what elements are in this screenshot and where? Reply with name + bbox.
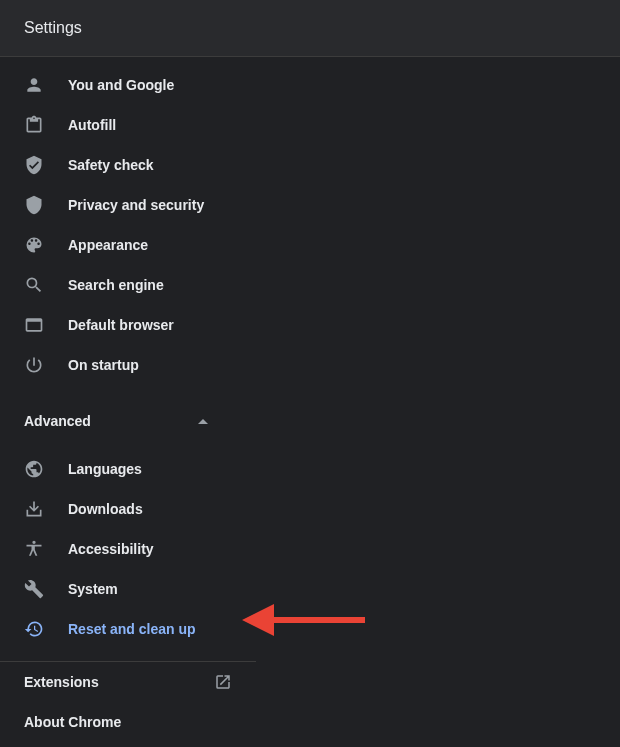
sidebar-item-search-engine[interactable]: Search engine [0,265,256,305]
sidebar-item-label: Search engine [68,277,164,293]
arrow-annotation [240,600,370,640]
sidebar-item-label: Default browser [68,317,174,333]
advanced-label: Advanced [24,413,91,429]
person-icon [24,75,44,95]
sidebar: You and Google Autofill Safety check Pri… [0,57,256,742]
sidebar-item-label: You and Google [68,77,174,93]
extensions-label: Extensions [24,674,99,690]
about-label: About Chrome [24,714,121,730]
sidebar-item-reset-clean-up[interactable]: Reset and clean up [0,609,256,649]
sidebar-item-default-browser[interactable]: Default browser [0,305,256,345]
sidebar-item-label: System [68,581,118,597]
palette-icon [24,235,44,255]
sidebar-item-label: Privacy and security [68,197,204,213]
sidebar-item-label: Downloads [68,501,143,517]
sidebar-item-languages[interactable]: Languages [0,449,256,489]
sidebar-item-label: Autofill [68,117,116,133]
sidebar-item-autofill[interactable]: Autofill [0,105,256,145]
sidebar-item-label: Safety check [68,157,154,173]
sidebar-item-label: Reset and clean up [68,621,196,637]
sidebar-item-privacy-security[interactable]: Privacy and security [0,185,256,225]
page-title: Settings [24,19,82,37]
sidebar-item-downloads[interactable]: Downloads [0,489,256,529]
sidebar-item-label: Appearance [68,237,148,253]
sidebar-item-label: Languages [68,461,142,477]
header: Settings [0,0,620,57]
power-icon [24,355,44,375]
sidebar-item-safety-check[interactable]: Safety check [0,145,256,185]
open-in-new-icon [214,673,232,691]
wrench-icon [24,579,44,599]
sidebar-item-extensions[interactable]: Extensions [0,662,256,702]
clipboard-icon [24,115,44,135]
sidebar-item-label: On startup [68,357,139,373]
shield-icon [24,195,44,215]
sidebar-item-appearance[interactable]: Appearance [0,225,256,265]
sidebar-item-accessibility[interactable]: Accessibility [0,529,256,569]
globe-icon [24,459,44,479]
chevron-up-icon [198,419,208,424]
sidebar-item-about-chrome[interactable]: About Chrome [0,702,256,742]
browser-window-icon [24,315,44,335]
accessibility-icon [24,539,44,559]
restore-icon [24,619,44,639]
advanced-toggle[interactable]: Advanced [0,401,232,441]
sidebar-item-you-and-google[interactable]: You and Google [0,65,256,105]
sidebar-item-on-startup[interactable]: On startup [0,345,256,385]
sidebar-item-system[interactable]: System [0,569,256,609]
shield-check-icon [24,155,44,175]
sidebar-item-label: Accessibility [68,541,154,557]
download-icon [24,499,44,519]
search-icon [24,275,44,295]
